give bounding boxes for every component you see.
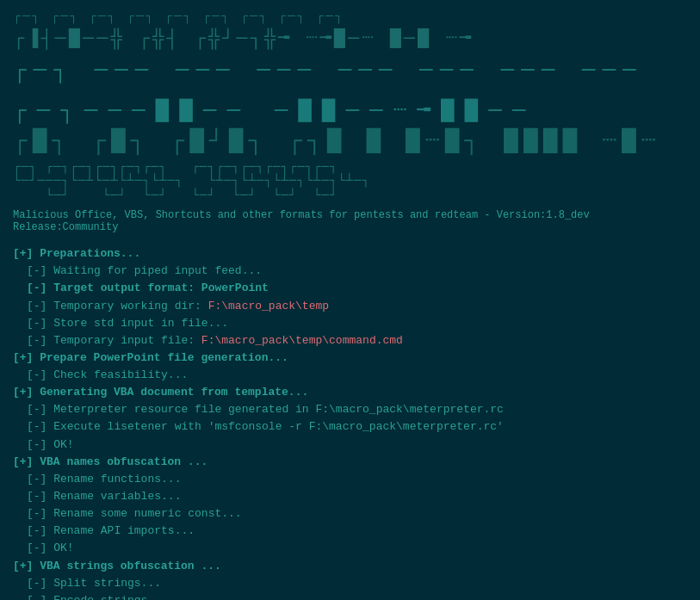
log-line: [-] OK! (13, 436, 687, 454)
log-line: [-] OK! (13, 540, 687, 557)
log-line: [-] Meterpreter resource file generated … (13, 401, 687, 418)
log-line: [-] Check feasibility... (13, 367, 687, 384)
log-line: [-] Rename API imports... (13, 523, 687, 540)
log-line: [-] Waiting for piped input feed... (13, 263, 687, 280)
log-line: [-] Rename some numeric const... (13, 505, 687, 523)
log-line: [-] Store std input in file... (13, 315, 687, 332)
log-line: [-] Split strings... (13, 575, 687, 592)
log-line: [-] Execute lisetener with 'msfconsole -… (13, 418, 687, 436)
log-output: [+] Preparations... [-] Waiting for pipe… (13, 245, 687, 600)
big-title: ┌█┐ ┌█┐ ┌█┘█┐ ┌┐█ █ █┈█┐ ████ ┈█┈ (13, 129, 687, 156)
log-line: [+] VBA names obfuscation ... (13, 454, 687, 471)
subtitle-line: Malicious Office, VBS, Shortcuts and oth… (13, 209, 687, 233)
log-line: [-] Target output format: PowerPoint (13, 280, 687, 297)
log-line: [-] Temporary input file: F:\macro_pack\… (13, 332, 687, 349)
log-line: [+] Prepare PowerPoint file generation..… (13, 349, 687, 367)
log-line: [-] Rename functions... (13, 471, 687, 488)
terminal-window: ┌─┐ ┌─┐ ┌─┐ ┌─┐ ┌─┐ ┌─┐ ┌─┐ ┌─┐ ┌─┐ ┌▐┤─… (13, 9, 687, 600)
ascii-logo: ┌─┐ ┌─┐┌─┐┌─┐┌─┐┌─┐ ┌─┐┌─┐┌─┐┌─┐┌─┐┌─┐ └… (13, 159, 687, 202)
log-line: [+] Preparations... (13, 245, 687, 263)
log-line: [+] Generating VBA document from templat… (13, 384, 687, 401)
log-line: [+] VBA strings obfuscation ... (13, 558, 687, 575)
log-line: [-] Encode strings... (13, 592, 687, 600)
ascii-art-header: ┌─┐ ┌─┐ ┌─┐ ┌─┐ ┌─┐ ┌─┐ ┌─┐ ┌─┐ ┌─┐ ┌▐┤─… (13, 9, 687, 90)
log-line: [-] Rename variables... (13, 488, 687, 505)
log-line: [-] Temporary working dir: F:\macro_pack… (13, 298, 687, 315)
title-display: ┌─┐───██── ─██──┈╼██── (13, 96, 687, 124)
